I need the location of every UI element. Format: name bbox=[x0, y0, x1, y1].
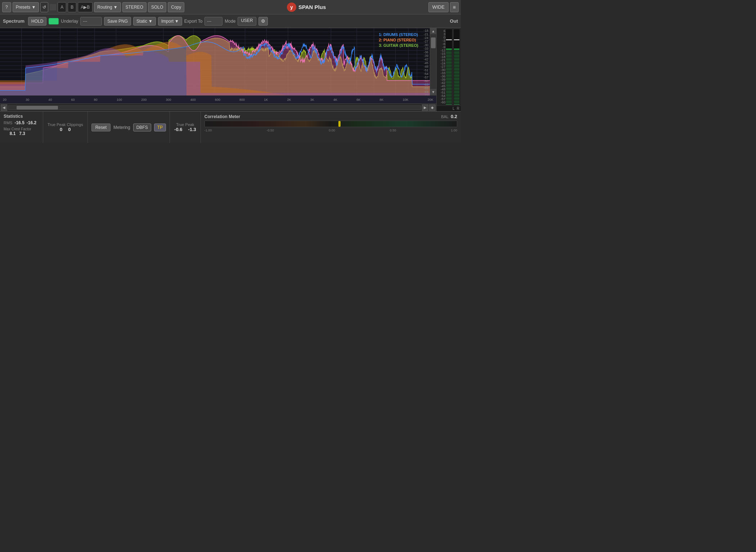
meter-bar-area bbox=[445, 29, 460, 105]
routing-button[interactable]: Routing ▼ bbox=[94, 2, 121, 12]
hscroll-thumb bbox=[17, 106, 58, 109]
hscroll-left[interactable]: ◀ bbox=[1, 104, 7, 111]
gear-button[interactable]: ⚙ bbox=[258, 17, 268, 26]
top-toolbar: ? Presets ▼ ↺ A B A▶B Routing ▼ STEREO S… bbox=[0, 0, 461, 14]
metering-label: Metering bbox=[113, 125, 130, 130]
static-button[interactable]: Static ▼ bbox=[133, 17, 156, 26]
correlation-scale: -1.00 -0.50 0.00 0.50 1.00 bbox=[204, 129, 457, 132]
crest-row: Max Crest Factor 8.1 7.3 bbox=[4, 127, 39, 136]
export-input[interactable] bbox=[204, 17, 222, 26]
spectrum-label: Spectrum bbox=[3, 18, 24, 24]
copy-button[interactable]: Copy bbox=[168, 2, 184, 12]
vscroll-track bbox=[430, 35, 436, 89]
dbfs-button[interactable]: DBFS bbox=[133, 124, 151, 131]
correlation-section: Correlation Meter BAL 0.2 -1.00 -0.50 0.… bbox=[201, 112, 461, 143]
left-channel-label: L bbox=[453, 107, 455, 111]
home-button[interactable]: ◆ bbox=[429, 104, 436, 111]
tpc-right: 0 bbox=[68, 127, 71, 132]
spectrum-legend: 1: DRUMS (STEREO) 2: PIANO (STEREO) 3: G… bbox=[379, 32, 418, 48]
underlay-label: Underlay bbox=[61, 19, 78, 24]
meter-labels: 6 3 0 -3 -6 -9 -12 -15 -18 -21 -24 -27 -… bbox=[437, 29, 445, 105]
max-crest-sub: Max Crest Factor 8.1 7.3 bbox=[4, 127, 31, 136]
out-label: Out bbox=[450, 18, 458, 24]
spectrum-wrapper: 1: DRUMS (STEREO) 2: PIANO (STEREO) 3: G… bbox=[0, 28, 436, 111]
bottom-stats: Statistics RMS -16.5 -16.2 Max Crest Fac… bbox=[0, 111, 461, 143]
tp-label: True Peak bbox=[176, 122, 194, 127]
hscroll-right[interactable]: ▶ bbox=[422, 104, 428, 111]
rms-row: RMS -16.5 -16.2 bbox=[4, 120, 39, 125]
correlation-bar bbox=[204, 121, 457, 127]
hold-button[interactable]: HOLD bbox=[28, 17, 46, 26]
bal-label: BAL bbox=[441, 115, 449, 119]
rms-right: -16.2 bbox=[27, 120, 36, 125]
rms-label: RMS bbox=[4, 121, 12, 125]
tp-button[interactable]: TP bbox=[154, 124, 166, 131]
correlation-header: Correlation Meter BAL 0.2 bbox=[204, 114, 457, 119]
legend-drums: 1: DRUMS (STEREO) bbox=[379, 32, 418, 37]
color-swatch bbox=[50, 4, 56, 10]
logo-area: y SPAN Plus bbox=[287, 3, 326, 12]
solo-button[interactable]: SOLO bbox=[148, 2, 166, 12]
tpc-values: 0 0 bbox=[60, 127, 71, 132]
true-peak-clippings-section: True Peak Clippings 0 0 bbox=[43, 112, 88, 143]
right-channel-label: R bbox=[457, 107, 459, 111]
vertical-scrollbar[interactable]: ▲ ▼ bbox=[430, 28, 436, 95]
stereo-button[interactable]: STEREO bbox=[122, 2, 147, 12]
tp-values: -0.6 -1.3 bbox=[174, 127, 196, 132]
export-to-label: Export To bbox=[184, 19, 202, 24]
left-channel-bar bbox=[445, 29, 453, 105]
reset-button[interactable]: ↺ bbox=[40, 2, 48, 12]
b-button[interactable]: B bbox=[68, 2, 76, 12]
max-crest-label: Max Crest Factor bbox=[4, 127, 31, 131]
menu-button[interactable]: ≡ bbox=[450, 2, 459, 12]
bal-row: BAL 0.2 bbox=[441, 114, 457, 119]
hscroll-track bbox=[8, 106, 421, 110]
vscroll-thumb bbox=[431, 37, 436, 48]
underlay-input[interactable] bbox=[80, 17, 102, 26]
right-buttons: WIDE ≡ bbox=[428, 2, 459, 12]
spectrum-canvas bbox=[0, 28, 430, 95]
tp-right: -1.3 bbox=[188, 127, 196, 132]
active-indicator bbox=[49, 18, 59, 24]
import-button[interactable]: Import ▼ bbox=[158, 17, 182, 26]
meter-scale: 6 3 0 -3 -6 -9 -12 -15 -18 -21 -24 -27 -… bbox=[437, 28, 461, 106]
tp-left: -0.6 bbox=[174, 127, 182, 132]
rms-left: -16.5 bbox=[14, 120, 24, 125]
app-title: SPAN Plus bbox=[298, 4, 326, 10]
right-channel-bar bbox=[453, 29, 460, 105]
tpc-row: True Peak Clippings 0 0 bbox=[48, 122, 83, 132]
statistics-section: Statistics RMS -16.5 -16.2 Max Crest Fac… bbox=[0, 112, 43, 143]
mode-label: Mode bbox=[225, 19, 235, 24]
wide-button[interactable]: WIDE bbox=[428, 2, 449, 12]
spectrum-toolbar: Spectrum HOLD Underlay Save PNG Static ▼… bbox=[0, 14, 461, 28]
tp-row: True Peak -0.6 -1.3 bbox=[174, 122, 196, 132]
tpc-label: True Peak Clippings bbox=[48, 122, 83, 127]
bal-value: 0.2 bbox=[451, 114, 457, 119]
reset-button[interactable]: Reset bbox=[91, 124, 111, 131]
vscroll-down[interactable]: ▼ bbox=[430, 89, 436, 95]
correlation-title: Correlation Meter bbox=[204, 114, 240, 119]
save-png-button[interactable]: Save PNG bbox=[104, 17, 131, 26]
ab-button[interactable]: A▶B bbox=[78, 2, 93, 12]
app-logo: y bbox=[287, 3, 296, 12]
presets-button[interactable]: Presets ▼ bbox=[13, 2, 39, 12]
spectrum-display[interactable]: 1: DRUMS (STEREO) 2: PIANO (STEREO) 3: G… bbox=[0, 28, 436, 95]
horizontal-scrollbar[interactable]: ◀ ▶ ◆ bbox=[0, 103, 436, 111]
a-button[interactable]: A bbox=[58, 2, 66, 12]
max-crest-r: 7.3 bbox=[19, 131, 25, 136]
tpc-left: 0 bbox=[60, 127, 62, 132]
legend-guitar: 3: GUITAR (STEREO) bbox=[379, 43, 418, 48]
true-peak-section: True Peak -0.6 -1.3 bbox=[170, 112, 201, 143]
vscroll-up[interactable]: ▲ bbox=[430, 28, 436, 35]
statistics-title: Statistics bbox=[4, 114, 39, 119]
frequency-axis: 20 30 40 60 80 100 200 300 400 600 800 1… bbox=[0, 95, 436, 103]
metering-section: Reset Metering DBFS TP bbox=[88, 112, 170, 143]
right-level-meter: 6 3 0 -3 -6 -9 -12 -15 -18 -21 -24 -27 -… bbox=[436, 28, 461, 111]
max-crest-l: 8.1 bbox=[10, 131, 16, 136]
legend-piano: 2: PIANO (STEREO) bbox=[379, 38, 418, 42]
correlation-indicator bbox=[338, 121, 341, 127]
main-row: 1: DRUMS (STEREO) 2: PIANO (STEREO) 3: G… bbox=[0, 28, 461, 111]
mode-value: USER bbox=[238, 17, 256, 26]
help-button[interactable]: ? bbox=[2, 2, 11, 12]
